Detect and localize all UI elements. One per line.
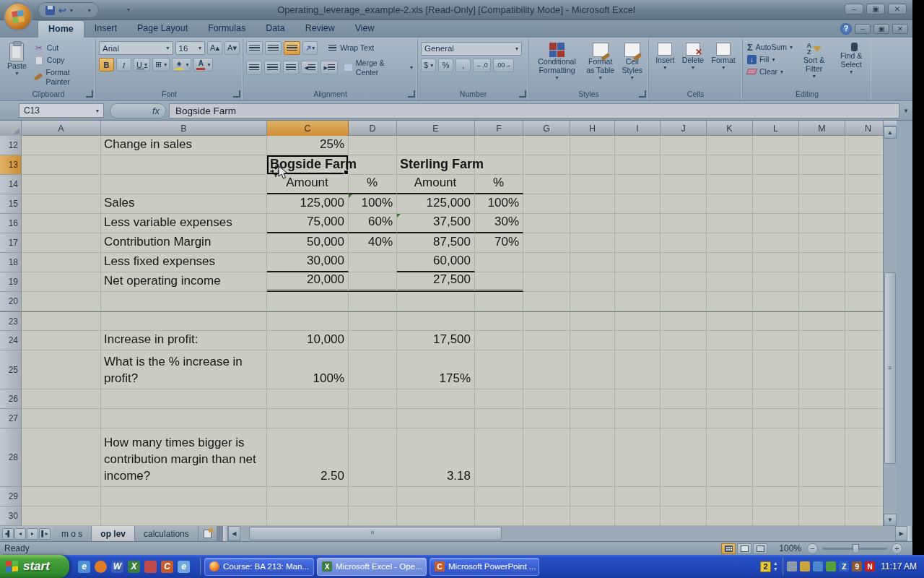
row-header-17[interactable]: 17	[0, 233, 22, 253]
cell-C13[interactable]: Bogside Farm	[267, 155, 349, 175]
orientation-button[interactable]: ➜▾	[302, 41, 318, 55]
cell-J18[interactable]	[661, 253, 707, 272]
cell-L20[interactable]	[753, 292, 799, 311]
cell-H16[interactable]	[570, 214, 615, 233]
tray-icon-5[interactable]: Z	[839, 561, 849, 571]
cell-A23[interactable]	[22, 312, 101, 331]
cell-F30[interactable]	[475, 506, 523, 526]
cell-E28[interactable]: 3.18	[397, 428, 475, 487]
font-family-select[interactable]: Arial▾	[99, 41, 173, 55]
cell-F25[interactable]	[475, 350, 523, 389]
cell-M18[interactable]	[799, 253, 845, 272]
cell-A24[interactable]	[22, 331, 101, 350]
sort-filter-button[interactable]: AZSort & Filter▾	[798, 41, 829, 81]
cell-A16[interactable]	[22, 214, 101, 233]
percent-style-button[interactable]: %	[438, 59, 453, 72]
cell-I18[interactable]	[615, 253, 661, 272]
vertical-scrollbar[interactable]: ▲ ▼	[883, 121, 897, 526]
cell-K29[interactable]	[707, 487, 753, 506]
number-dialog-launcher[interactable]	[519, 90, 526, 98]
cell-J17[interactable]	[661, 233, 707, 253]
cell-G17[interactable]	[523, 233, 570, 253]
decrease-indent-button[interactable]: ◂	[301, 61, 318, 74]
cell-H19[interactable]	[570, 272, 615, 292]
office-button[interactable]	[4, 2, 32, 31]
row-header-15[interactable]: 15	[0, 194, 22, 214]
cell-K23[interactable]	[707, 312, 753, 331]
cell-L17[interactable]	[753, 233, 799, 253]
scroll-right-icon[interactable]: ▶	[895, 526, 907, 541]
task-button-microsoft-excel-ope[interactable]: XMicrosoft Excel - Ope...	[317, 558, 427, 576]
cell-M13[interactable]	[799, 155, 845, 175]
horizontal-scroll-track[interactable]	[240, 526, 895, 541]
cell-F15[interactable]: 100%	[475, 194, 523, 214]
cell-K15[interactable]	[707, 194, 753, 214]
cell-K27[interactable]	[707, 409, 753, 428]
cell-I20[interactable]	[615, 292, 661, 311]
cell-H29[interactable]	[570, 487, 615, 506]
cell-G20[interactable]	[523, 292, 570, 311]
cell-B12[interactable]: Change in sales	[101, 136, 267, 155]
cell-L16[interactable]	[753, 214, 799, 233]
insert-cells-button[interactable]: Insert▾	[653, 41, 677, 72]
scroll-left-icon[interactable]: ◀	[228, 526, 240, 541]
cell-L29[interactable]	[753, 487, 799, 506]
workbook-minimize-button[interactable]: –	[855, 24, 871, 34]
cell-D30[interactable]	[349, 506, 397, 526]
bold-button[interactable]: B	[99, 58, 114, 72]
row-header-16[interactable]: 16	[0, 214, 22, 233]
cell-L24[interactable]	[753, 331, 799, 350]
tab-page-layout[interactable]: Page Layout	[127, 20, 198, 38]
column-header-F[interactable]: F	[475, 121, 523, 136]
shrink-font-button[interactable]: A▾	[225, 41, 240, 55]
vertical-scroll-thumb[interactable]	[884, 272, 896, 464]
insert-function-button[interactable]: fx	[110, 103, 166, 118]
cell-styles-button[interactable]: Cell Styles▾	[619, 41, 645, 82]
copy-button[interactable]: Copy	[32, 55, 92, 66]
align-right-button[interactable]	[283, 61, 299, 74]
cell-K20[interactable]	[707, 292, 753, 311]
tab-split-handle[interactable]	[223, 526, 228, 541]
align-left-button[interactable]	[246, 61, 262, 74]
column-header-J[interactable]: J	[661, 121, 707, 136]
cell-E15[interactable]: 125,000	[397, 194, 475, 214]
cell-L23[interactable]	[753, 312, 799, 331]
cut-button[interactable]: ✂Cut	[32, 43, 92, 53]
cell-D26[interactable]	[349, 389, 397, 409]
cell-J23[interactable]	[661, 312, 707, 331]
cell-K24[interactable]	[707, 331, 753, 350]
cell-C24[interactable]: 10,000	[267, 331, 349, 350]
cell-G14[interactable]	[523, 175, 570, 194]
prev-sheet-icon[interactable]: ◂	[14, 528, 26, 540]
cell-H14[interactable]	[570, 175, 615, 194]
cell-D15[interactable]: 100%	[349, 194, 397, 214]
cell-C12[interactable]: 25%	[267, 136, 349, 155]
zoom-handle[interactable]	[853, 544, 859, 553]
cell-B27[interactable]	[101, 409, 267, 428]
cell-H23[interactable]	[570, 312, 615, 331]
conditional-formatting-button[interactable]: Conditional Formatting▾	[532, 41, 582, 82]
cell-C25[interactable]: 100%	[267, 350, 349, 389]
cell-H13[interactable]	[570, 155, 615, 175]
find-select-button[interactable]: Find & Select▾	[834, 41, 868, 81]
cell-J15[interactable]	[661, 194, 707, 214]
cell-B20[interactable]	[101, 292, 267, 311]
cell-I25[interactable]	[615, 350, 661, 389]
row-header-20[interactable]: 20	[0, 292, 22, 311]
cell-A14[interactable]	[22, 175, 101, 194]
cell-F17[interactable]: 70%	[475, 233, 523, 253]
cell-A25[interactable]	[22, 350, 101, 389]
row-header-24[interactable]: 24	[0, 331, 22, 350]
column-header-E[interactable]: E	[397, 121, 475, 136]
cell-C20[interactable]	[267, 292, 349, 311]
comma-style-button[interactable]: ,	[456, 59, 471, 72]
cell-A29[interactable]	[22, 487, 101, 506]
tray-icon-4[interactable]	[826, 561, 836, 571]
cell-A15[interactable]	[22, 194, 101, 214]
cell-A30[interactable]	[22, 506, 101, 526]
top-align-button[interactable]	[246, 41, 263, 55]
cell-K28[interactable]	[707, 428, 753, 487]
fill-button[interactable]: ↓Fill▾	[746, 54, 794, 65]
underline-button[interactable]: U ▾	[134, 58, 150, 72]
cell-G28[interactable]	[523, 428, 570, 487]
